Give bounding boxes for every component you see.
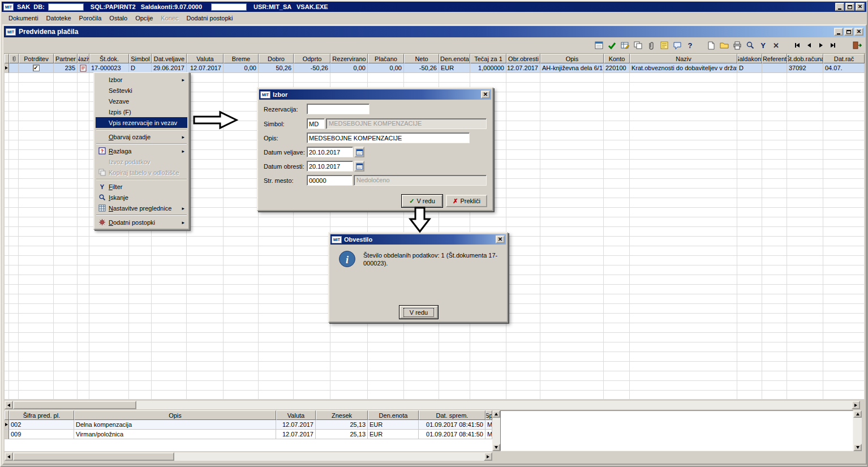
scrollbar-track[interactable] bbox=[136, 401, 852, 409]
column-header-st-dok[interactable]: Št.dok. bbox=[89, 54, 129, 63]
scroll-up-button[interactable] bbox=[853, 410, 862, 418]
column-header-st-dob-racuna[interactable]: Št.dob.računa bbox=[787, 54, 823, 63]
menu-item-izbor[interactable]: Izbor▸ bbox=[96, 74, 187, 85]
column-header-attachment[interactable] bbox=[9, 54, 19, 63]
cell-partner[interactable]: 235 bbox=[54, 63, 78, 73]
cell-den-enota[interactable]: EUR bbox=[439, 63, 470, 73]
maximize-button[interactable] bbox=[845, 3, 854, 11]
confirm-check-icon[interactable] bbox=[606, 40, 618, 51]
cell-attachment[interactable] bbox=[9, 63, 19, 73]
column-header-simbol[interactable]: Simbol bbox=[129, 54, 152, 63]
column-header-rezervirano[interactable]: Rezervirano bbox=[330, 54, 368, 63]
menu-datoteke[interactable]: Datoteke bbox=[42, 13, 75, 23]
column-header-znesek[interactable]: Znesek bbox=[316, 410, 368, 420]
cell-st-dob-racuna[interactable]: 37092 bbox=[787, 63, 823, 73]
attachment-icon[interactable] bbox=[645, 40, 657, 51]
cell-potrditev[interactable]: ✓ bbox=[19, 63, 54, 73]
close-button[interactable]: ✕ bbox=[856, 3, 865, 11]
column-header-dat-veljave[interactable]: Dat.veljave bbox=[152, 54, 187, 63]
column-header-opis[interactable]: Opis bbox=[74, 410, 276, 420]
menu-item-nastavitve-preglednice[interactable]: Nastavitve preglednice▸ bbox=[96, 203, 187, 213]
scrollbar-track[interactable] bbox=[492, 418, 500, 444]
ok-button[interactable]: V redu bbox=[399, 306, 438, 319]
table-row[interactable]: 009 Virman/položnica 12.07.2017 25,13 EU… bbox=[5, 430, 492, 439]
clear-filter-icon[interactable]: ✕ bbox=[770, 40, 782, 51]
memo-panel[interactable] bbox=[500, 410, 853, 451]
cell-naziv2[interactable]: Krat.obveznosti do dobaviteljev v državi bbox=[630, 63, 737, 73]
exit-icon[interactable] bbox=[851, 40, 863, 51]
cell-opis[interactable]: AH-književna dela 6/17 bbox=[540, 63, 604, 73]
child-titlebar[interactable]: MIT Predvidena plačila ✕ bbox=[4, 26, 865, 37]
column-header-den-enota[interactable]: Den.enota bbox=[439, 54, 470, 63]
cell-opis[interactable]: Virman/položnica bbox=[74, 430, 276, 439]
simbol-input[interactable] bbox=[307, 118, 325, 129]
ok-button[interactable]: ✓V redu bbox=[402, 195, 442, 207]
table-row[interactable]: 002 Delna kompenzacija 12.07.2017 25,13 … bbox=[5, 420, 492, 430]
child-close-button[interactable]: ✕ bbox=[854, 28, 863, 36]
menu-item-obarvaj-ozadje[interactable]: Obarvaj ozadje▸ bbox=[96, 131, 187, 142]
izbor-dialog-titlebar[interactable]: MIT Izbor ✕ bbox=[259, 89, 491, 100]
menu-item-izvoz-podatkov[interactable]: Izvoz podatkov bbox=[96, 156, 187, 167]
menu-porocila[interactable]: Poročila bbox=[75, 13, 106, 23]
cell-naziv-icon[interactable] bbox=[78, 63, 89, 73]
bottom-grid-vscrollbar[interactable] bbox=[492, 410, 500, 451]
column-header-den-enota[interactable]: Den.enota bbox=[368, 410, 419, 420]
minimize-button[interactable] bbox=[835, 3, 844, 11]
rezervacija-input[interactable] bbox=[307, 104, 369, 114]
cell-dobro[interactable]: 50,26 bbox=[259, 63, 294, 73]
scrollbar-track[interactable] bbox=[174, 452, 484, 461]
next-record-icon[interactable] bbox=[815, 40, 827, 51]
column-header-saldakonti[interactable]: Saldakonti bbox=[737, 54, 762, 63]
column-header-valuta[interactable]: Valuta bbox=[276, 410, 316, 420]
cell-opis[interactable]: Delna kompenzacija bbox=[74, 420, 276, 430]
cell-den-enota[interactable]: EUR bbox=[368, 430, 419, 439]
cell-odprto[interactable]: -50,26 bbox=[294, 63, 330, 73]
column-header-konto[interactable]: Konto bbox=[604, 54, 630, 63]
scrollbar-thumb[interactable] bbox=[13, 401, 136, 409]
memo-vscrollbar[interactable] bbox=[853, 410, 862, 451]
menu-item-kopiraj-tabelo[interactable]: Kopiraj tabelo v odložišče bbox=[96, 167, 187, 178]
cell-neto[interactable]: -50,26 bbox=[404, 63, 439, 73]
column-header-odprto[interactable]: Odprto bbox=[294, 54, 330, 63]
cell-dat-sprem[interactable]: 01.09.2017 08:41:50 bbox=[419, 420, 485, 430]
scroll-left-button[interactable] bbox=[5, 452, 13, 461]
menu-item-izpis[interactable]: Izpis (F) bbox=[96, 106, 187, 117]
menu-item-sestevki[interactable]: Seštevki bbox=[96, 85, 187, 96]
cell-saldakonti[interactable]: D bbox=[737, 63, 762, 73]
menu-item-vezave[interactable]: Vezave bbox=[96, 96, 187, 106]
scroll-down-button[interactable] bbox=[492, 444, 500, 451]
potrditev-checkbox[interactable]: ✓ bbox=[33, 65, 40, 71]
last-record-icon[interactable] bbox=[827, 40, 839, 51]
cell-konto[interactable]: 220100 bbox=[604, 63, 630, 73]
open-folder-icon[interactable] bbox=[718, 40, 730, 51]
report-icon[interactable] bbox=[705, 40, 717, 51]
edit-table-icon[interactable] bbox=[619, 40, 631, 51]
opis-input[interactable] bbox=[307, 132, 470, 143]
column-header-naziv2[interactable]: Naziv bbox=[630, 54, 737, 63]
cell-den-enota[interactable]: EUR bbox=[368, 420, 419, 430]
column-header-dobro[interactable]: Dobro bbox=[259, 54, 294, 63]
column-header-placano[interactable]: Plačano bbox=[368, 54, 404, 63]
cell-sp[interactable]: M bbox=[485, 420, 492, 430]
main-titlebar[interactable]: MIT SAK DB: SQL:PAPIRNT2 Saldakonti:9.07… bbox=[2, 2, 866, 12]
scroll-left-button[interactable] bbox=[5, 401, 13, 409]
search-icon[interactable] bbox=[744, 40, 756, 51]
scroll-up-button[interactable] bbox=[492, 410, 500, 418]
cell-breme[interactable]: 0,00 bbox=[224, 63, 259, 73]
dialog-close-button[interactable]: ✕ bbox=[496, 235, 505, 243]
column-header-sp[interactable]: Sp bbox=[485, 410, 492, 420]
menu-item-iskanje[interactable]: Iskanje bbox=[96, 192, 187, 203]
column-header-partner[interactable]: Partner bbox=[54, 54, 78, 63]
scrollbar-thumb[interactable] bbox=[13, 452, 174, 461]
message-icon[interactable] bbox=[671, 40, 683, 51]
scroll-right-button[interactable] bbox=[484, 452, 492, 461]
menu-item-filter[interactable]: YFilter bbox=[96, 181, 187, 192]
print-icon[interactable] bbox=[731, 40, 743, 51]
cell-sifra[interactable]: 002 bbox=[9, 420, 74, 430]
scrollbar-track[interactable] bbox=[853, 418, 862, 444]
copy-table-icon[interactable] bbox=[632, 40, 644, 51]
cell-valuta[interactable]: 12.07.2017 bbox=[276, 430, 316, 439]
cell-valuta[interactable]: 12.07.2017 bbox=[276, 420, 316, 430]
column-header-tecaj[interactable]: Tečaj za 1 bbox=[470, 54, 506, 63]
column-header-naziv[interactable]: Naziv bbox=[78, 54, 89, 63]
